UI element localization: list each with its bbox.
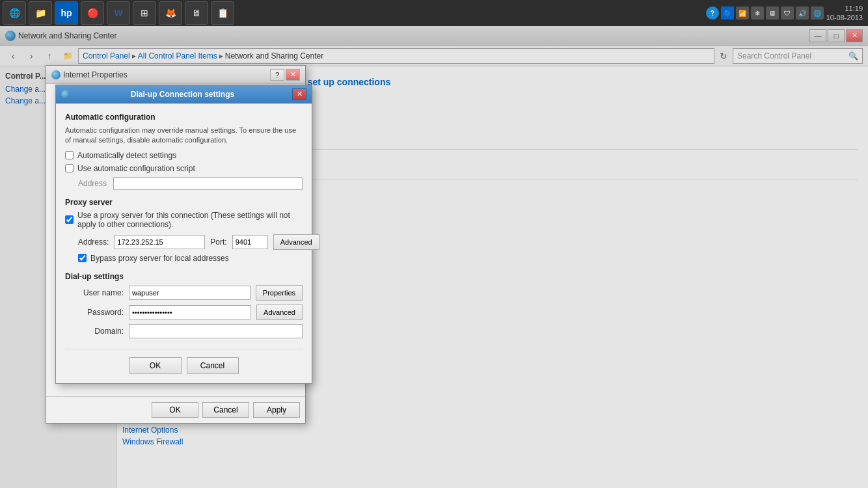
dialup-dialog: Dial-up Connection settings ✕ Automatic … <box>55 85 312 384</box>
username-label: User name: <box>65 288 124 297</box>
bypass-proxy-row: Bypass proxy server for local addresses <box>78 254 303 263</box>
ip-apply-button[interactable]: Apply <box>253 402 300 418</box>
internet-props-title: Internet Properties <box>63 70 270 79</box>
proxy-address-row: Address: Port: Advanced <box>78 234 303 250</box>
dialup-cancel-button[interactable]: Cancel <box>187 357 239 374</box>
use-proxy-row: Use a proxy server for this connection (… <box>65 211 303 229</box>
dialup-settings-section: Dial-up settings User name: Properties P… <box>65 272 303 338</box>
domain-label: Domain: <box>65 327 124 336</box>
properties-button[interactable]: Properties <box>256 285 303 301</box>
domain-input[interactable] <box>129 324 303 338</box>
port-label: Port: <box>210 237 226 247</box>
monitor-icon[interactable]: 🖥 <box>766 7 779 20</box>
password-label: Password: <box>65 308 124 317</box>
snowflake-icon[interactable]: ❄ <box>751 7 764 20</box>
use-script-label: Use automatic configuration script <box>77 164 195 173</box>
ip-cancel-button[interactable]: Cancel <box>202 402 249 418</box>
dialup-dialog-buttons: OK Cancel <box>65 349 303 374</box>
use-proxy-checkbox[interactable] <box>65 215 74 224</box>
use-script-checkbox[interactable] <box>65 164 74 172</box>
app-btn2[interactable]: 📋 <box>211 1 234 25</box>
app-btn[interactable]: 🖥 <box>185 1 208 25</box>
auto-detect-row: Automatically detect settings <box>65 151 303 160</box>
username-input[interactable] <box>129 286 251 300</box>
task-btn[interactable]: ⊞ <box>133 1 156 25</box>
dialup-ok-button[interactable]: OK <box>129 357 182 374</box>
bypass-proxy-checkbox[interactable] <box>78 254 87 262</box>
dialup-title-bar: Dial-up Connection settings ✕ <box>56 85 312 103</box>
script-address-row: Address <box>78 177 303 190</box>
auto-detect-checkbox[interactable] <box>65 151 74 159</box>
use-proxy-label: Use a proxy server for this connection (… <box>77 211 303 229</box>
taskbar: 🌐 📁 hp 🔴 W ⊞ 🦊 🖥 📋 ? 🔵 📶 ❄ 🖥 🛡 🔊 🌐 11:19… <box>0 0 868 26</box>
bluetooth-icon[interactable]: 🔵 <box>721 7 734 20</box>
word-btn[interactable]: W <box>107 1 130 25</box>
auto-config-title: Automatic configuration <box>65 113 303 122</box>
system-tray: ? 🔵 📶 ❄ 🖥 🛡 🔊 🌐 <box>706 7 824 20</box>
clock-time: 11:19 <box>826 4 863 13</box>
proxy-section-title: Proxy server <box>65 198 303 207</box>
antivirus-icon[interactable]: 🛡 <box>781 7 794 20</box>
proxy-address-label: Address: <box>78 237 109 247</box>
address-label: Address <box>78 179 111 188</box>
ip-ok-button[interactable]: OK <box>152 402 198 418</box>
dialup-settings-title: Dial-up settings <box>65 272 303 281</box>
dialup-advanced-button[interactable]: Advanced <box>256 305 303 320</box>
dialup-dialog-icon <box>61 90 70 99</box>
username-row: User name: Properties <box>65 285 303 301</box>
chrome-btn[interactable]: 🔴 <box>81 1 104 25</box>
hp-btn[interactable]: hp <box>55 1 78 25</box>
auto-config-desc: Automatic configuration may override man… <box>65 126 303 146</box>
password-row: Password: Advanced <box>65 305 303 320</box>
help-icon[interactable]: ? <box>706 7 719 20</box>
domain-row: Domain: <box>65 324 303 338</box>
dialog-globe-icon <box>51 70 61 79</box>
taskbar-left: 🌐 📁 hp 🔴 W ⊞ 🦊 🖥 📋 <box>0 1 234 25</box>
dialup-title: Dial-up Connection settings <box>73 90 292 99</box>
proxy-address-input[interactable] <box>114 235 205 249</box>
ip-bottom-buttons: OK Cancel Apply <box>46 396 305 423</box>
use-script-row: Use automatic configuration script <box>65 164 303 173</box>
script-address-input[interactable] <box>113 177 303 190</box>
internet-props-title-bar: Internet Properties ? ✕ <box>46 66 305 84</box>
wifi-icon[interactable]: 📶 <box>736 7 749 20</box>
folder-btn[interactable]: 📁 <box>29 1 52 25</box>
password-input[interactable] <box>129 305 251 319</box>
clock-date: 10-08-2013 <box>826 13 863 22</box>
dialog-close-button[interactable]: ✕ <box>286 69 300 81</box>
auto-detect-label: Automatically detect settings <box>77 151 176 160</box>
dialup-close-button[interactable]: ✕ <box>292 88 306 100</box>
dialup-body: Automatic configuration Automatic config… <box>56 103 312 383</box>
taskbar-right: ? 🔵 📶 ❄ 🖥 🛡 🔊 🌐 11:19 10-08-2013 <box>706 4 868 23</box>
system-clock: 11:19 10-08-2013 <box>826 4 865 23</box>
dialog-controls: ? ✕ <box>270 69 300 81</box>
proxy-advanced-button[interactable]: Advanced <box>273 234 319 250</box>
dialog-help-button[interactable]: ? <box>270 69 284 81</box>
firefox-btn[interactable]: 🦊 <box>159 1 182 25</box>
port-input[interactable] <box>232 235 268 249</box>
ie-btn[interactable]: 🌐 <box>3 1 26 25</box>
network-icon2[interactable]: 🌐 <box>811 7 824 20</box>
bypass-proxy-label: Bypass proxy server for local addresses <box>90 254 229 263</box>
volume-icon[interactable]: 🔊 <box>796 7 809 20</box>
